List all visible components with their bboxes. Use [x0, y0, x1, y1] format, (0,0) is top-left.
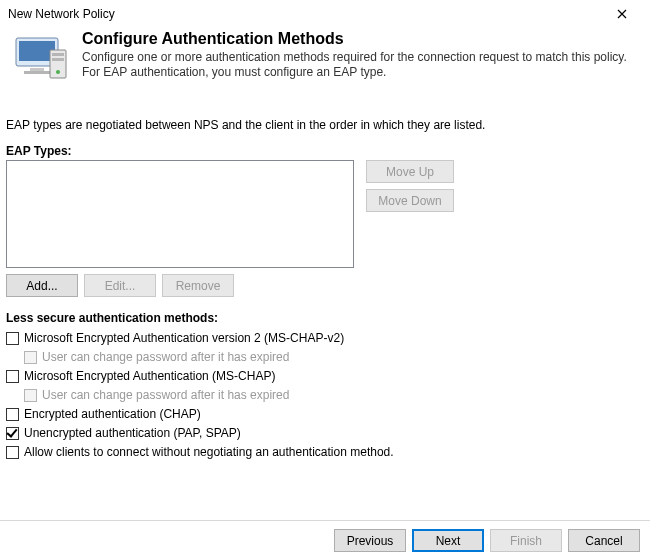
page-title: Configure Authentication Methods	[82, 30, 640, 48]
move-up-button[interactable]: Move Up	[366, 160, 454, 183]
label-allow-none: Allow clients to connect without negotia…	[24, 445, 394, 459]
check-pap[interactable]: Unencrypted authentication (PAP, SPAP)	[6, 424, 638, 442]
edit-button[interactable]: Edit...	[84, 274, 156, 297]
label-mschap-sub: User can change password after it has ex…	[42, 388, 289, 402]
check-allow-none[interactable]: Allow clients to connect without negotia…	[6, 443, 638, 461]
move-down-button[interactable]: Move Down	[366, 189, 454, 212]
next-button[interactable]: Next	[412, 529, 484, 552]
server-monitor-icon	[14, 28, 74, 88]
check-mschapv2-sub: User can change password after it has ex…	[6, 348, 638, 366]
checkbox-mschapv2[interactable]	[6, 332, 19, 345]
negotiate-text: EAP types are negotiated between NPS and…	[6, 118, 638, 132]
close-icon	[617, 9, 627, 19]
close-button[interactable]	[602, 0, 642, 28]
svg-point-7	[56, 70, 60, 74]
checkbox-allow-none[interactable]	[6, 446, 19, 459]
titlebar: New Network Policy	[0, 0, 650, 28]
checkbox-mschap[interactable]	[6, 370, 19, 383]
previous-button[interactable]: Previous	[334, 529, 406, 552]
check-mschap[interactable]: Microsoft Encrypted Authentication (MS-C…	[6, 367, 638, 385]
checkbox-mschap-sub	[24, 389, 37, 402]
svg-rect-5	[52, 53, 64, 56]
add-button[interactable]: Add...	[6, 274, 78, 297]
footer: Previous Next Finish Cancel	[0, 520, 650, 560]
check-chap[interactable]: Encrypted authentication (CHAP)	[6, 405, 638, 423]
check-mschap-sub: User can change password after it has ex…	[6, 386, 638, 404]
remove-button[interactable]: Remove	[162, 274, 234, 297]
svg-rect-3	[24, 71, 50, 74]
svg-rect-2	[30, 68, 44, 71]
eap-types-listbox[interactable]	[6, 160, 354, 268]
cancel-button[interactable]: Cancel	[568, 529, 640, 552]
checkbox-pap[interactable]	[6, 427, 19, 440]
label-mschap: Microsoft Encrypted Authentication (MS-C…	[24, 369, 275, 383]
check-mschapv2[interactable]: Microsoft Encrypted Authentication versi…	[6, 329, 638, 347]
label-pap: Unencrypted authentication (PAP, SPAP)	[24, 426, 241, 440]
label-mschapv2-sub: User can change password after it has ex…	[42, 350, 289, 364]
header-graphic	[14, 28, 74, 88]
checkbox-mschapv2-sub	[24, 351, 37, 364]
window-title: New Network Policy	[8, 7, 115, 21]
svg-rect-6	[52, 58, 64, 61]
label-chap: Encrypted authentication (CHAP)	[24, 407, 201, 421]
body: EAP types are negotiated between NPS and…	[0, 92, 650, 468]
header: Configure Authentication Methods Configu…	[0, 28, 650, 92]
less-secure-label: Less secure authentication methods:	[6, 311, 638, 325]
eap-types-label: EAP Types:	[6, 144, 638, 158]
label-mschapv2: Microsoft Encrypted Authentication versi…	[24, 331, 344, 345]
checkbox-chap[interactable]	[6, 408, 19, 421]
page-desc: Configure one or more authentication met…	[82, 50, 640, 80]
finish-button[interactable]: Finish	[490, 529, 562, 552]
